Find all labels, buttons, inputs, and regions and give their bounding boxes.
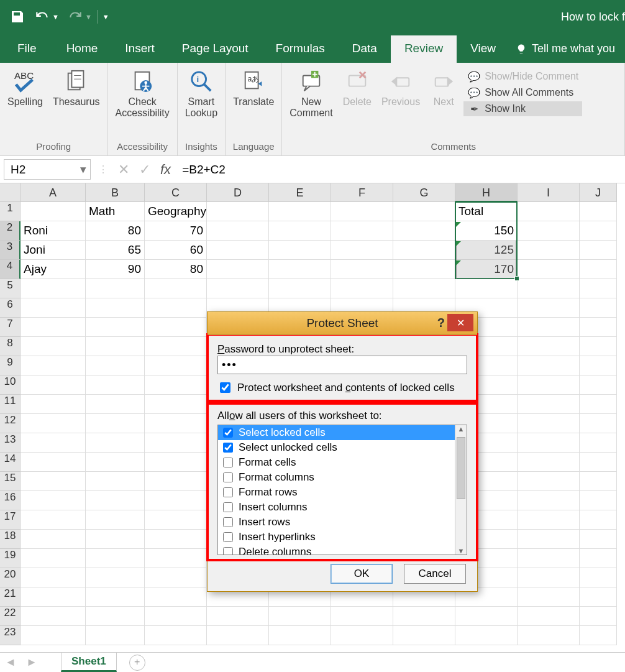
cell-B5[interactable] — [86, 279, 145, 298]
cell-C14[interactable] — [145, 453, 207, 472]
permission-checkbox[interactable] — [223, 428, 233, 438]
cell-F5[interactable] — [331, 279, 393, 298]
cell-B9[interactable] — [86, 356, 145, 375]
cell-C12[interactable] — [145, 414, 207, 433]
cell-H5[interactable] — [455, 279, 518, 298]
row-header-20[interactable]: 20 — [0, 568, 21, 587]
cell-I11[interactable] — [518, 395, 580, 414]
check-accessibility-button[interactable]: Check Accessibility — [112, 65, 173, 122]
cell-G5[interactable] — [393, 279, 455, 298]
cell-H22[interactable] — [455, 607, 518, 626]
permission-checkbox[interactable] — [223, 532, 233, 542]
cell-F2[interactable] — [331, 221, 393, 241]
column-header-E[interactable]: E — [269, 183, 331, 202]
tab-data[interactable]: Data — [339, 35, 391, 63]
select-all-corner[interactable] — [0, 183, 21, 202]
add-sheet-button[interactable]: + — [129, 655, 145, 671]
thesaurus-button[interactable]: Thesaurus — [49, 65, 104, 110]
row-header-21[interactable]: 21 — [0, 587, 21, 607]
cell-A3[interactable]: Joni — [21, 241, 86, 260]
permission-option[interactable]: Select locked cells — [218, 425, 467, 440]
cell-B1[interactable]: Math — [86, 202, 145, 221]
row-header-22[interactable]: 22 — [0, 607, 21, 626]
cell-J11[interactable] — [580, 395, 617, 414]
cell-E1[interactable] — [269, 202, 331, 221]
cell-B4[interactable]: 90 — [86, 260, 145, 279]
cell-B15[interactable] — [86, 472, 145, 491]
permission-checkbox[interactable] — [223, 487, 233, 497]
cell-C16[interactable] — [145, 491, 207, 510]
protect-contents-checkbox[interactable]: Protect worksheet and contents of locked… — [217, 380, 467, 395]
cell-C20[interactable] — [145, 568, 207, 587]
formula-input[interactable]: =B2+C2 — [177, 163, 625, 177]
permission-option[interactable]: Insert hyperlinks — [218, 530, 467, 545]
cell-J13[interactable] — [580, 433, 617, 453]
show-all-comments-button[interactable]: 💬Show All Comments — [463, 85, 582, 100]
cell-J15[interactable] — [580, 472, 617, 491]
cell-F23[interactable] — [331, 626, 393, 645]
cell-A12[interactable] — [21, 414, 86, 433]
cell-A7[interactable] — [21, 318, 86, 337]
cell-F1[interactable] — [331, 202, 393, 221]
cell-F22[interactable] — [331, 607, 393, 626]
cell-I16[interactable] — [518, 491, 580, 510]
cell-J21[interactable] — [580, 587, 617, 607]
cell-A2[interactable]: Roni — [21, 221, 86, 241]
cell-D4[interactable] — [207, 260, 269, 279]
sheet-nav-prev[interactable]: ◄ — [0, 656, 21, 669]
show-ink-button[interactable]: ✒Show Ink — [463, 101, 582, 116]
row-header-1[interactable]: 1 — [0, 202, 21, 221]
column-header-D[interactable]: D — [207, 183, 269, 202]
smart-lookup-button[interactable]: i Smart Lookup — [181, 65, 222, 122]
cell-A15[interactable] — [21, 472, 86, 491]
cell-B14[interactable] — [86, 453, 145, 472]
cell-I3[interactable] — [518, 241, 580, 260]
cell-J4[interactable] — [580, 260, 617, 279]
cell-I7[interactable] — [518, 318, 580, 337]
cell-J19[interactable] — [580, 549, 617, 568]
row-header-5[interactable]: 5 — [0, 279, 21, 298]
cell-I21[interactable] — [518, 587, 580, 607]
cell-A13[interactable] — [21, 433, 86, 453]
row-header-4[interactable]: 4 — [0, 260, 21, 279]
row-header-19[interactable]: 19 — [0, 549, 21, 568]
row-header-10[interactable]: 10 — [0, 375, 21, 395]
tab-file[interactable]: File — [6, 35, 53, 63]
dialog-title-bar[interactable]: Protect Sheet ? ✕ — [208, 312, 477, 335]
cell-H23[interactable] — [455, 626, 518, 645]
row-header-6[interactable]: 6 — [0, 298, 21, 318]
protect-contents-check[interactable] — [220, 382, 230, 393]
cell-I8[interactable] — [518, 337, 580, 356]
column-header-F[interactable]: F — [331, 183, 393, 202]
cell-G1[interactable] — [393, 202, 455, 221]
cell-B8[interactable] — [86, 337, 145, 356]
password-input[interactable] — [217, 356, 467, 374]
tab-view[interactable]: View — [457, 35, 509, 63]
cell-C11[interactable] — [145, 395, 207, 414]
cell-C19[interactable] — [145, 549, 207, 568]
cell-J7[interactable] — [580, 318, 617, 337]
tab-page-layout[interactable]: Page Layout — [168, 35, 262, 63]
cell-I4[interactable] — [518, 260, 580, 279]
permission-option[interactable]: Format columns — [218, 470, 467, 485]
cell-J18[interactable] — [580, 530, 617, 549]
cell-B7[interactable] — [86, 318, 145, 337]
permissions-scrollbar[interactable]: ▲▼ — [455, 425, 467, 555]
cell-G4[interactable] — [393, 260, 455, 279]
cell-J3[interactable] — [580, 241, 617, 260]
cell-H4[interactable]: 170 — [455, 260, 518, 279]
cell-F4[interactable] — [331, 260, 393, 279]
cell-J10[interactable] — [580, 375, 617, 395]
cell-B10[interactable] — [86, 375, 145, 395]
cell-C15[interactable] — [145, 472, 207, 491]
cell-B18[interactable] — [86, 530, 145, 549]
qat-customize-icon[interactable]: ▼ — [99, 13, 113, 21]
column-header-I[interactable]: I — [518, 183, 580, 202]
row-header-12[interactable]: 12 — [0, 414, 21, 433]
row-header-23[interactable]: 23 — [0, 626, 21, 645]
cell-J12[interactable] — [580, 414, 617, 433]
cell-I15[interactable] — [518, 472, 580, 491]
cell-B3[interactable]: 65 — [86, 241, 145, 260]
cell-C22[interactable] — [145, 607, 207, 626]
column-header-G[interactable]: G — [393, 183, 455, 202]
